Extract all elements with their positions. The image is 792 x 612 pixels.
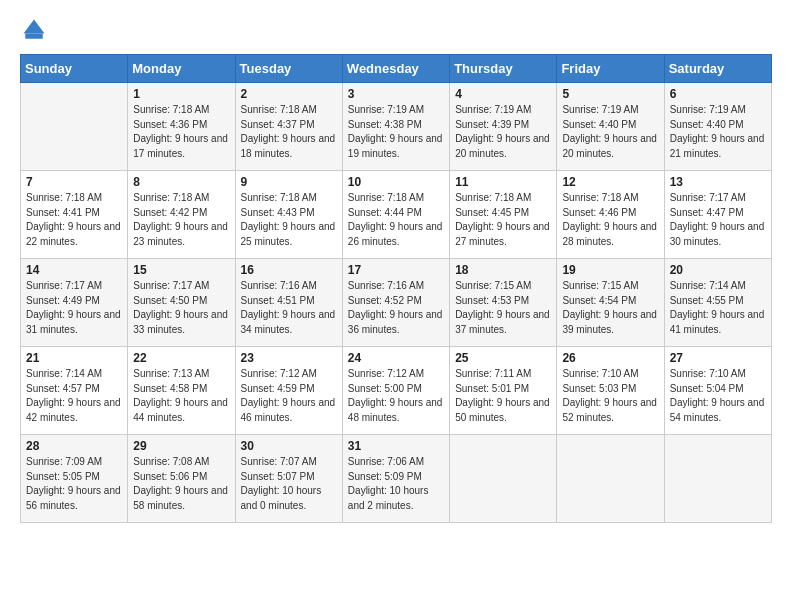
- day-cell: 17Sunrise: 7:16 AMSunset: 4:52 PMDayligh…: [342, 259, 449, 347]
- day-cell: 27Sunrise: 7:10 AMSunset: 5:04 PMDayligh…: [664, 347, 771, 435]
- day-cell: 13Sunrise: 7:17 AMSunset: 4:47 PMDayligh…: [664, 171, 771, 259]
- sunrise-text: Sunrise: 7:18 AM: [348, 192, 424, 203]
- day-number: 22: [133, 351, 229, 365]
- day-number: 3: [348, 87, 444, 101]
- day-cell: 18Sunrise: 7:15 AMSunset: 4:53 PMDayligh…: [450, 259, 557, 347]
- week-row-0: 1Sunrise: 7:18 AMSunset: 4:36 PMDaylight…: [21, 83, 772, 171]
- day-cell: 12Sunrise: 7:18 AMSunset: 4:46 PMDayligh…: [557, 171, 664, 259]
- sunrise-text: Sunrise: 7:18 AM: [26, 192, 102, 203]
- sunset-text: Sunset: 4:52 PM: [348, 295, 422, 306]
- day-cell: 10Sunrise: 7:18 AMSunset: 4:44 PMDayligh…: [342, 171, 449, 259]
- day-number: 23: [241, 351, 337, 365]
- day-info: Sunrise: 7:18 AMSunset: 4:41 PMDaylight:…: [26, 191, 122, 249]
- daylight-text: Daylight: 9 hours and 37 minutes.: [455, 309, 550, 335]
- sunset-text: Sunset: 4:59 PM: [241, 383, 315, 394]
- day-info: Sunrise: 7:17 AMSunset: 4:47 PMDaylight:…: [670, 191, 766, 249]
- sunrise-text: Sunrise: 7:14 AM: [26, 368, 102, 379]
- day-cell: [21, 83, 128, 171]
- day-number: 19: [562, 263, 658, 277]
- day-cell: 7Sunrise: 7:18 AMSunset: 4:41 PMDaylight…: [21, 171, 128, 259]
- daylight-text: Daylight: 9 hours and 41 minutes.: [670, 309, 765, 335]
- header-cell-wednesday: Wednesday: [342, 55, 449, 83]
- sunrise-text: Sunrise: 7:15 AM: [455, 280, 531, 291]
- header: [20, 16, 772, 44]
- day-info: Sunrise: 7:14 AMSunset: 4:55 PMDaylight:…: [670, 279, 766, 337]
- header-cell-sunday: Sunday: [21, 55, 128, 83]
- sunrise-text: Sunrise: 7:19 AM: [670, 104, 746, 115]
- day-info: Sunrise: 7:19 AMSunset: 4:40 PMDaylight:…: [562, 103, 658, 161]
- day-number: 7: [26, 175, 122, 189]
- daylight-text: Daylight: 9 hours and 23 minutes.: [133, 221, 228, 247]
- day-cell: 2Sunrise: 7:18 AMSunset: 4:37 PMDaylight…: [235, 83, 342, 171]
- day-info: Sunrise: 7:19 AMSunset: 4:38 PMDaylight:…: [348, 103, 444, 161]
- logo: [20, 16, 52, 44]
- day-number: 9: [241, 175, 337, 189]
- day-info: Sunrise: 7:17 AMSunset: 4:49 PMDaylight:…: [26, 279, 122, 337]
- day-number: 30: [241, 439, 337, 453]
- sunset-text: Sunset: 4:44 PM: [348, 207, 422, 218]
- sunset-text: Sunset: 4:55 PM: [670, 295, 744, 306]
- day-info: Sunrise: 7:07 AMSunset: 5:07 PMDaylight:…: [241, 455, 337, 513]
- header-cell-monday: Monday: [128, 55, 235, 83]
- day-info: Sunrise: 7:19 AMSunset: 4:40 PMDaylight:…: [670, 103, 766, 161]
- week-row-2: 14Sunrise: 7:17 AMSunset: 4:49 PMDayligh…: [21, 259, 772, 347]
- day-number: 25: [455, 351, 551, 365]
- day-number: 8: [133, 175, 229, 189]
- sunset-text: Sunset: 5:07 PM: [241, 471, 315, 482]
- header-cell-tuesday: Tuesday: [235, 55, 342, 83]
- day-cell: 14Sunrise: 7:17 AMSunset: 4:49 PMDayligh…: [21, 259, 128, 347]
- svg-rect-1: [25, 34, 43, 39]
- daylight-text: Daylight: 9 hours and 22 minutes.: [26, 221, 121, 247]
- day-cell: [557, 435, 664, 523]
- day-cell: 20Sunrise: 7:14 AMSunset: 4:55 PMDayligh…: [664, 259, 771, 347]
- header-cell-thursday: Thursday: [450, 55, 557, 83]
- daylight-text: Daylight: 9 hours and 33 minutes.: [133, 309, 228, 335]
- header-cell-friday: Friday: [557, 55, 664, 83]
- sunrise-text: Sunrise: 7:16 AM: [348, 280, 424, 291]
- sunset-text: Sunset: 4:58 PM: [133, 383, 207, 394]
- sunset-text: Sunset: 5:06 PM: [133, 471, 207, 482]
- sunset-text: Sunset: 4:51 PM: [241, 295, 315, 306]
- day-cell: 9Sunrise: 7:18 AMSunset: 4:43 PMDaylight…: [235, 171, 342, 259]
- sunrise-text: Sunrise: 7:17 AM: [670, 192, 746, 203]
- day-info: Sunrise: 7:12 AMSunset: 5:00 PMDaylight:…: [348, 367, 444, 425]
- calendar-container: SundayMondayTuesdayWednesdayThursdayFrid…: [0, 0, 792, 533]
- sunrise-text: Sunrise: 7:06 AM: [348, 456, 424, 467]
- day-cell: 11Sunrise: 7:18 AMSunset: 4:45 PMDayligh…: [450, 171, 557, 259]
- daylight-text: Daylight: 10 hours and 0 minutes.: [241, 485, 322, 511]
- day-info: Sunrise: 7:09 AMSunset: 5:05 PMDaylight:…: [26, 455, 122, 513]
- day-info: Sunrise: 7:18 AMSunset: 4:36 PMDaylight:…: [133, 103, 229, 161]
- sunset-text: Sunset: 5:04 PM: [670, 383, 744, 394]
- day-info: Sunrise: 7:18 AMSunset: 4:44 PMDaylight:…: [348, 191, 444, 249]
- day-cell: 3Sunrise: 7:19 AMSunset: 4:38 PMDaylight…: [342, 83, 449, 171]
- sunrise-text: Sunrise: 7:18 AM: [562, 192, 638, 203]
- daylight-text: Daylight: 9 hours and 26 minutes.: [348, 221, 443, 247]
- day-info: Sunrise: 7:19 AMSunset: 4:39 PMDaylight:…: [455, 103, 551, 161]
- sunset-text: Sunset: 4:47 PM: [670, 207, 744, 218]
- sunrise-text: Sunrise: 7:18 AM: [133, 104, 209, 115]
- header-cell-saturday: Saturday: [664, 55, 771, 83]
- day-number: 12: [562, 175, 658, 189]
- daylight-text: Daylight: 9 hours and 30 minutes.: [670, 221, 765, 247]
- sunset-text: Sunset: 4:50 PM: [133, 295, 207, 306]
- day-number: 29: [133, 439, 229, 453]
- daylight-text: Daylight: 9 hours and 17 minutes.: [133, 133, 228, 159]
- sunrise-text: Sunrise: 7:15 AM: [562, 280, 638, 291]
- sunset-text: Sunset: 4:43 PM: [241, 207, 315, 218]
- day-cell: 29Sunrise: 7:08 AMSunset: 5:06 PMDayligh…: [128, 435, 235, 523]
- day-info: Sunrise: 7:12 AMSunset: 4:59 PMDaylight:…: [241, 367, 337, 425]
- daylight-text: Daylight: 9 hours and 52 minutes.: [562, 397, 657, 423]
- day-number: 10: [348, 175, 444, 189]
- daylight-text: Daylight: 9 hours and 18 minutes.: [241, 133, 336, 159]
- day-info: Sunrise: 7:16 AMSunset: 4:51 PMDaylight:…: [241, 279, 337, 337]
- sunrise-text: Sunrise: 7:18 AM: [133, 192, 209, 203]
- daylight-text: Daylight: 9 hours and 58 minutes.: [133, 485, 228, 511]
- day-number: 5: [562, 87, 658, 101]
- day-cell: 6Sunrise: 7:19 AMSunset: 4:40 PMDaylight…: [664, 83, 771, 171]
- daylight-text: Daylight: 9 hours and 46 minutes.: [241, 397, 336, 423]
- daylight-text: Daylight: 9 hours and 25 minutes.: [241, 221, 336, 247]
- day-cell: 24Sunrise: 7:12 AMSunset: 5:00 PMDayligh…: [342, 347, 449, 435]
- sunset-text: Sunset: 5:03 PM: [562, 383, 636, 394]
- sunset-text: Sunset: 5:01 PM: [455, 383, 529, 394]
- day-cell: 30Sunrise: 7:07 AMSunset: 5:07 PMDayligh…: [235, 435, 342, 523]
